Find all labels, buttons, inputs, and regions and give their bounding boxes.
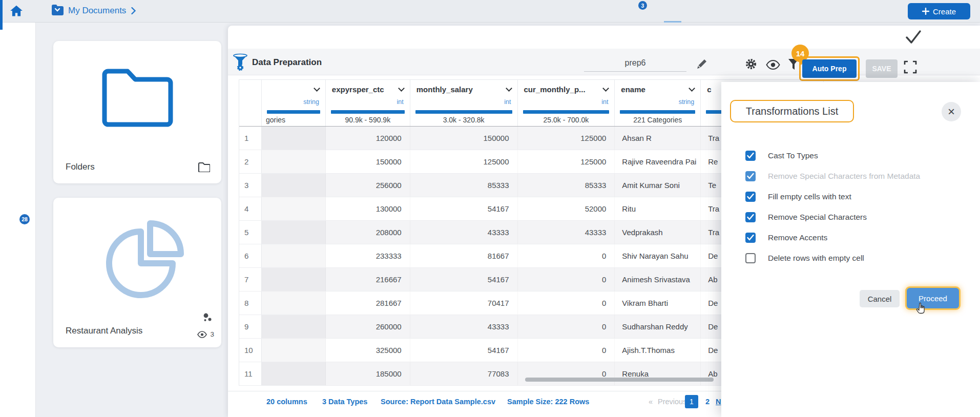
- transformations-list: Cast To TypesRemove Special Characters f…: [730, 145, 971, 276]
- pagination-next[interactable]: N: [716, 398, 721, 406]
- small-folder-icon: [198, 162, 210, 172]
- folder-breadcrumb-icon: [51, 4, 64, 17]
- gear-icon[interactable]: [744, 57, 758, 71]
- create-button[interactable]: Create: [908, 3, 970, 19]
- column-range: gories: [262, 115, 325, 126]
- table-cell: Shiv Narayan Sahu: [615, 244, 701, 267]
- big-folder-icon: [100, 66, 177, 127]
- cancel-button[interactable]: Cancel: [860, 290, 900, 307]
- column-header-expyrsper_ctc[interactable]: expyrsper_ctcint90.9k - 590.9k: [326, 80, 410, 126]
- table-cell: [262, 127, 326, 150]
- column-type: string: [615, 98, 700, 109]
- table-cell: 256000: [326, 174, 410, 197]
- table-cell: 260000: [326, 315, 410, 338]
- transformation-item[interactable]: Remove Accents: [730, 227, 971, 248]
- table-cell: 125000: [518, 150, 615, 173]
- chevron-down-icon[interactable]: [689, 85, 695, 92]
- table-cell: Vikram Bharti: [615, 291, 701, 315]
- transformation-item[interactable]: Cast To Types: [730, 145, 971, 166]
- row-number-header: [239, 80, 262, 126]
- table-cell: Rajive Raveendra Pai: [615, 150, 701, 173]
- table-cell: 0: [518, 362, 615, 385]
- table-cell: 150000: [410, 127, 518, 150]
- column-name: c: [707, 85, 711, 94]
- row-number-cell: 3: [239, 174, 262, 197]
- chevron-down-icon[interactable]: [506, 85, 512, 92]
- table-cell: Sudharshan Reddy: [615, 315, 701, 338]
- column-header-cur_monthly_p...[interactable]: cur_monthly_p...int25.0k - 700.0k: [518, 80, 615, 126]
- table-cell: 52000: [518, 197, 615, 220]
- row-number-cell: 1: [239, 127, 262, 150]
- checkbox-checked[interactable]: [745, 171, 756, 181]
- table-cell: 216667: [326, 268, 410, 291]
- bubbles-small-icon: [202, 312, 213, 324]
- pencil-icon[interactable]: [696, 58, 708, 70]
- column-distribution-bar: [331, 110, 405, 114]
- row-number-cell: 6: [239, 244, 262, 267]
- checkbox-checked[interactable]: [745, 151, 756, 161]
- transformation-item[interactable]: Delete rows with empty cell: [730, 248, 971, 268]
- transformation-item[interactable]: Fill empty cells with text: [730, 186, 971, 207]
- close-button[interactable]: ×: [942, 102, 961, 121]
- table-cell: 85333: [518, 174, 615, 197]
- fullscreen-icon[interactable]: [904, 60, 917, 74]
- table-cell: 54167: [410, 197, 518, 220]
- column-name: ename: [621, 85, 645, 94]
- chevron-down-icon[interactable]: [602, 85, 609, 92]
- column-range: 221 Categories: [615, 115, 700, 126]
- table-cell: 130000: [326, 197, 410, 220]
- table-cell: 43333: [410, 221, 518, 244]
- table-cell: 81667: [410, 244, 518, 267]
- checkbox-checked[interactable]: [745, 192, 756, 202]
- table-cell: [262, 150, 326, 173]
- restaurant-analysis-card[interactable]: Restaurant Analysis 3: [53, 198, 221, 347]
- pagination-page-1[interactable]: 1: [685, 395, 698, 408]
- column-type: int: [518, 98, 615, 109]
- table-cell: 150000: [326, 150, 410, 173]
- row-number-cell: 4: [239, 197, 262, 220]
- auto-prep-button[interactable]: Auto Prep: [802, 59, 857, 78]
- transformation-item[interactable]: Remove Special Characters: [730, 207, 971, 227]
- transformation-label: Fill empty cells with text: [768, 192, 851, 201]
- row-number-cell: 5: [239, 221, 262, 244]
- sample-size-info: Sample Size: 222 Rows: [507, 398, 589, 406]
- home-icon[interactable]: [8, 4, 25, 21]
- table-cell: 120000: [326, 127, 410, 150]
- prep-name-input[interactable]: prep6: [584, 55, 686, 72]
- pagination-prev-arrow[interactable]: «: [649, 398, 653, 406]
- column-header-ename[interactable]: enamestring221 Categories: [615, 80, 701, 126]
- column-type: int: [326, 98, 410, 109]
- save-button[interactable]: SAVE: [866, 59, 898, 78]
- chevron-down-icon[interactable]: [314, 85, 320, 92]
- column-distribution-bar: [523, 110, 610, 114]
- breadcrumb[interactable]: My Documents: [51, 4, 136, 17]
- table-cell: 0: [518, 268, 615, 291]
- checkbox-checked[interactable]: [745, 233, 756, 243]
- folders-card-label: Folders: [66, 162, 95, 172]
- columns-info: 20 columns: [266, 398, 307, 406]
- left-sidebar: [0, 23, 36, 417]
- table-cell: 233333: [326, 244, 410, 267]
- check-icon[interactable]: [905, 30, 922, 45]
- views-indicator: 3: [197, 330, 214, 338]
- eye-icon[interactable]: [766, 60, 780, 70]
- folders-card[interactable]: Folders: [53, 41, 221, 183]
- column-name: monthly_salary: [416, 85, 473, 94]
- pagination-page-2[interactable]: 2: [705, 398, 710, 406]
- column-header-truncated[interactable]: stringgories: [262, 80, 326, 126]
- pagination-prev[interactable]: Previous: [658, 398, 686, 406]
- checkbox-checked[interactable]: [745, 212, 756, 222]
- table-cell: [262, 315, 326, 338]
- horizontal-scrollbar[interactable]: [525, 378, 714, 382]
- table-cell: [262, 244, 326, 267]
- chevron-down-icon[interactable]: [398, 85, 405, 92]
- table-cell: 54167: [410, 268, 518, 291]
- hand-cursor-icon: [915, 302, 927, 316]
- transformation-item[interactable]: Remove Special Characters from Metadata: [730, 166, 971, 186]
- column-header-monthly_salary[interactable]: monthly_salaryint3.0k - 320.8k: [410, 80, 518, 126]
- checkbox-unchecked[interactable]: [745, 253, 756, 263]
- row-number-cell: 8: [239, 291, 262, 315]
- table-cell: 125000: [410, 150, 518, 173]
- transformation-item-partial[interactable]: [730, 268, 971, 276]
- types-info: 3 Data Types: [322, 398, 367, 406]
